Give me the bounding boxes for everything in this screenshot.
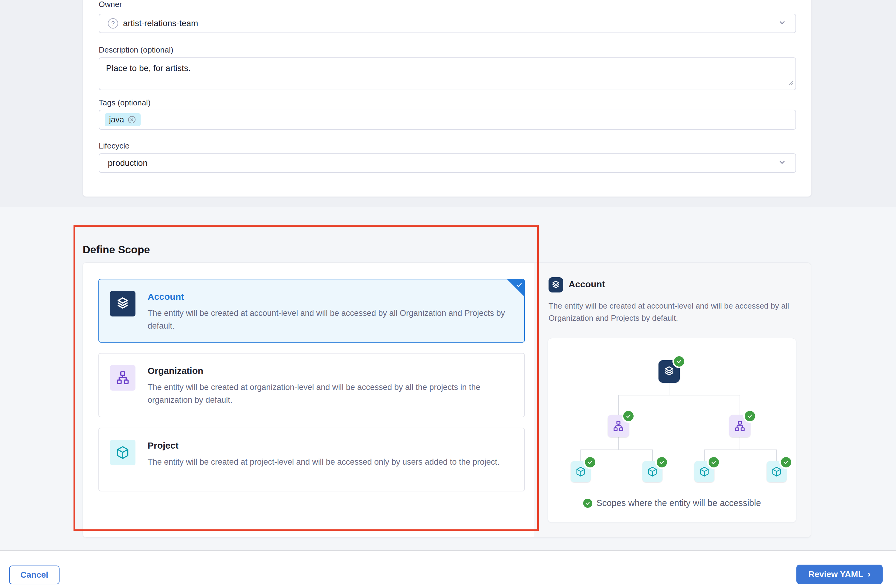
cube-icon <box>575 466 587 477</box>
tag-chip-label: java <box>109 115 124 125</box>
cube-icon <box>647 466 658 477</box>
cube-icon <box>110 440 136 465</box>
check-badge-icon <box>709 457 719 468</box>
cube-icon <box>771 466 782 477</box>
chevron-down-icon <box>777 18 787 29</box>
connector-line <box>704 449 777 450</box>
diagram-caption: Scopes where the entity will be accessib… <box>548 498 796 508</box>
check-badge-icon <box>657 457 667 468</box>
diagram-project-node <box>642 461 663 482</box>
connector-line <box>669 383 669 395</box>
connector-line <box>581 449 581 461</box>
lifecycle-value: production <box>108 158 148 168</box>
chevron-right-icon: › <box>867 569 870 579</box>
scope-option-title: Project <box>148 440 500 451</box>
connector-line <box>740 395 740 415</box>
preview-description: The entity will be created at account-le… <box>549 300 831 324</box>
scope-option-account[interactable]: Account The entity will be created at ac… <box>98 279 525 343</box>
check-badge-icon <box>781 457 791 468</box>
layers-icon <box>110 291 136 317</box>
connector-line <box>618 437 619 449</box>
check-circle-icon <box>583 499 592 508</box>
selected-check-icon <box>507 279 524 297</box>
scope-option-title: Organization <box>148 366 513 376</box>
owner-label: Owner <box>99 0 122 9</box>
diagram-project-node <box>766 461 787 482</box>
diagram-account-node <box>658 360 680 383</box>
org-chart-icon <box>612 420 625 432</box>
scope-preview-pane: Account The entity will be created at ac… <box>534 263 811 537</box>
scope-option-description: The entity will be created at project-le… <box>148 455 500 468</box>
scope-option-description: The entity will be created at account-le… <box>148 307 506 332</box>
connector-line <box>581 449 653 450</box>
description-value: Place to be, for artists. <box>106 64 191 73</box>
diagram-organization-node <box>608 415 629 437</box>
remove-tag-icon[interactable] <box>127 115 136 124</box>
check-badge-icon <box>745 411 755 421</box>
description-textarea[interactable]: Place to be, for artists. <box>99 57 796 90</box>
connector-line <box>618 395 740 395</box>
layers-icon <box>663 365 675 378</box>
scope-option-description: The entity will be created at organizati… <box>148 381 513 407</box>
connector-line <box>776 449 777 461</box>
scope-option-title: Account <box>148 292 506 302</box>
org-chart-icon <box>734 420 746 432</box>
description-label: Description (optional) <box>99 45 174 55</box>
scope-hierarchy-diagram: Scopes where the entity will be accessib… <box>548 338 796 523</box>
owner-select[interactable]: ? artist-relations-team <box>99 14 796 33</box>
cancel-button[interactable]: Cancel <box>9 565 59 584</box>
tags-input[interactable]: java <box>99 110 796 130</box>
entity-details-card: Owner ? artist-relations-team Descriptio… <box>82 0 812 197</box>
connector-line <box>652 449 653 461</box>
review-yaml-label: Review YAML <box>809 570 864 579</box>
connector-line <box>618 395 619 415</box>
review-yaml-button[interactable]: Review YAML › <box>796 565 883 584</box>
lifecycle-label: Lifecycle <box>99 141 130 151</box>
tags-label: Tags (optional) <box>99 98 151 108</box>
lifecycle-select[interactable]: production <box>99 153 796 173</box>
define-scope-title: Define Scope <box>82 244 150 256</box>
check-badge-icon <box>674 356 684 367</box>
resize-grip-icon[interactable] <box>788 78 794 88</box>
connector-line <box>704 449 705 461</box>
check-badge-icon <box>585 457 595 468</box>
diagram-caption-text: Scopes where the entity will be accessib… <box>597 498 761 508</box>
scope-option-organization[interactable]: Organization The entity will be created … <box>98 353 525 417</box>
scope-option-project[interactable]: Project The entity will be created at pr… <box>98 428 525 491</box>
help-icon: ? <box>108 18 118 29</box>
owner-value: artist-relations-team <box>123 18 198 28</box>
check-badge-icon <box>623 411 634 421</box>
chevron-down-icon <box>777 157 787 169</box>
wizard-footer: Cancel Review YAML › <box>0 550 896 588</box>
diagram-project-node <box>694 461 715 482</box>
diagram-project-node <box>571 461 591 482</box>
connector-line <box>740 437 740 449</box>
diagram-organization-node <box>729 415 751 437</box>
preview-title: Account <box>568 279 605 289</box>
tag-chip: java <box>105 113 141 126</box>
cube-icon <box>699 466 710 477</box>
account-layers-icon <box>549 277 563 292</box>
org-chart-icon <box>110 365 136 391</box>
entity-wizard-page: Owner ? artist-relations-team Descriptio… <box>0 0 896 588</box>
